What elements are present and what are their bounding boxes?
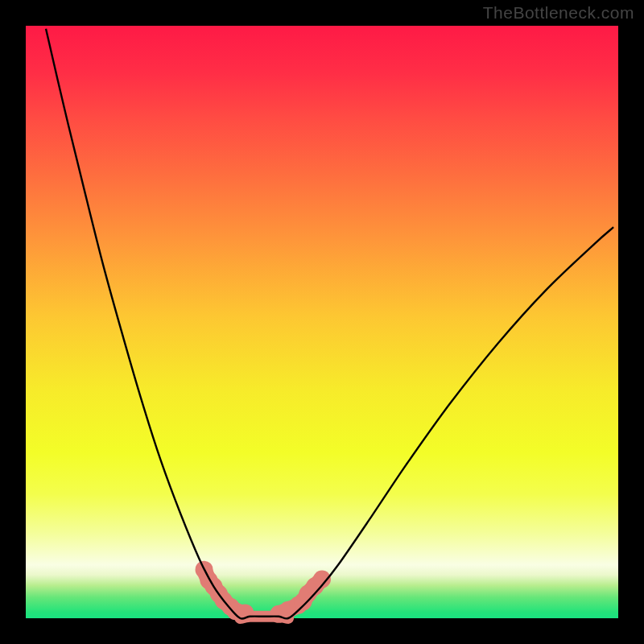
chart-svg xyxy=(0,0,644,644)
chart-container: TheBottleneck.com xyxy=(0,0,644,644)
source-credit: TheBottleneck.com xyxy=(483,3,634,23)
plot-background xyxy=(26,26,618,618)
